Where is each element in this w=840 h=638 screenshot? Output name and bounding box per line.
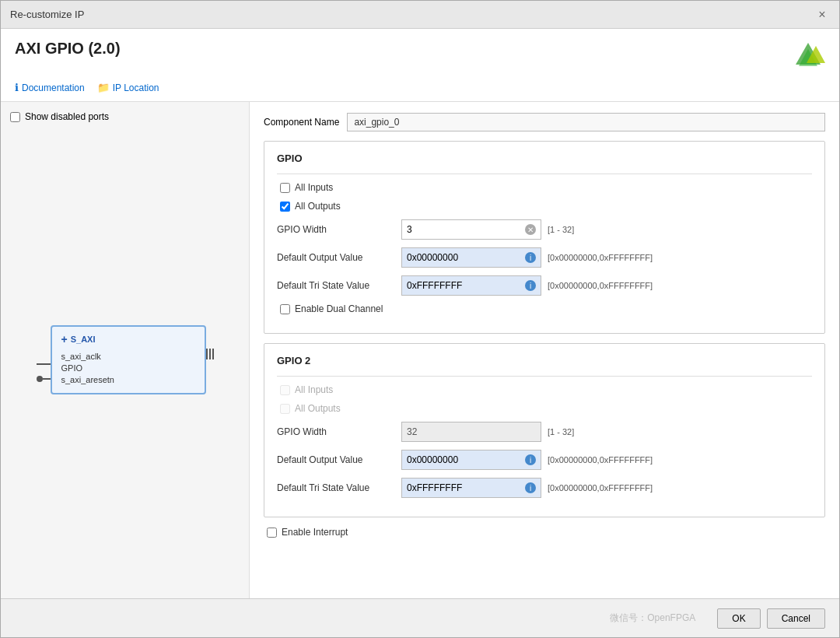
gpio-bus-connector [206,349,214,359]
gpio2-default-tri-info-icon[interactable]: i [525,482,536,493]
s-axi-label: S_AXI [71,335,96,344]
gpio-section-title: GPIO [277,152,812,164]
default-output-row: Default Output Value i [0x00000000,0xFFF… [277,247,812,268]
show-disabled-label: Show disabled ports [25,111,109,122]
title-bar-left: Re-customize IP [10,9,84,20]
gpio2-all-inputs-checkbox [280,385,290,395]
all-inputs-label: All Inputs [295,182,333,193]
default-tri-range: [0x00000000,0xFFFFFFFF] [548,281,653,290]
gpio2-default-output-wrapper: i [401,450,541,470]
ok-button[interactable]: OK [717,608,760,629]
main-header: AXI GPIO (2.0) ℹ Documentation 📁 IP Loca… [1,29,839,102]
ip-block: + S_AXI s_axi_aclk GPIO s_axi_aresetn [51,325,206,394]
gpio2-section: GPIO 2 All Inputs All Outputs GPIO Width… [264,343,825,517]
enable-interrupt-checkbox[interactable] [267,528,277,538]
title-bar: Re-customize IP × [1,1,839,29]
gpio2-default-output-input[interactable] [407,454,522,465]
dialog-title: AXI GPIO (2.0) [15,40,121,58]
cancel-button[interactable]: Cancel [767,608,825,629]
enable-dual-checkbox[interactable] [280,304,290,314]
gpio2-all-inputs-row: All Inputs [280,384,812,395]
block-diagram: + S_AXI s_axi_aclk GPIO s_axi_aresetn [10,130,240,589]
ip-block-wrapper: + S_AXI s_axi_aclk GPIO s_axi_aresetn [37,325,214,394]
default-output-info-icon[interactable]: i [525,252,536,263]
gpio-divider [277,174,812,174]
gpio-width-row: GPIO Width ✕ [1 - 32] [277,219,812,240]
bus-line-1 [206,349,208,359]
gpio2-default-tri-input[interactable] [407,482,522,493]
plus-icon: + [61,333,68,345]
gpio-width-clear-icon[interactable]: ✕ [525,224,536,235]
gpio-port-row: GPIO [61,363,195,373]
gpio2-width-range: [1 - 32] [548,427,574,436]
folder-nav-icon: 📁 [97,82,110,93]
gpio-width-input-wrapper: ✕ [401,219,541,240]
left-panel: Show disabled ports [1,102,250,598]
gpio-width-range: [1 - 32] [548,225,574,234]
window-title: Re-customize IP [10,9,84,20]
gpio-width-input[interactable] [407,224,525,235]
aclk-connector [37,363,51,365]
documentation-label: Documentation [22,82,85,93]
aresetn-port-row: s_axi_aresetn [61,375,195,384]
default-output-range: [0x00000000,0xFFFFFFFF] [548,253,653,262]
default-output-input-wrapper: i [401,247,541,268]
nav-bar: ℹ Documentation 📁 IP Location [15,82,825,93]
show-disabled-row: Show disabled ports [10,111,240,122]
watermark: 微信号：OpenFPGA [15,612,695,625]
enable-interrupt-label: Enable Interrupt [282,527,348,538]
bus-line-3 [212,349,214,359]
bus-lines [206,349,214,359]
default-output-input[interactable] [407,252,522,263]
all-outputs-row: All Outputs [280,201,812,212]
gpio2-all-outputs-checkbox [280,404,290,414]
aclk-line [37,363,51,365]
footer-bar: 微信号：OpenFPGA OK Cancel [1,598,839,637]
all-outputs-label: All Outputs [295,201,341,212]
gpio2-default-tri-row: Default Tri State Value i [0x00000000,0x… [277,478,812,498]
gpio2-width-label: GPIO Width [277,426,401,437]
gpio-section: GPIO All Inputs All Outputs GPIO Width ✕ [264,141,825,334]
default-tri-row: Default Tri State Value i [0x00000000,0x… [277,275,812,296]
default-output-label: Default Output Value [277,252,401,263]
component-name-input[interactable] [347,113,825,131]
main-title-row: AXI GPIO (2.0) [15,40,825,74]
gpio-label: GPIO [61,363,83,373]
all-outputs-checkbox[interactable] [280,202,290,212]
default-tri-input-wrapper: i [401,275,541,296]
default-tri-input[interactable] [407,280,522,291]
gpio-width-label: GPIO Width [277,224,401,235]
gpio2-default-tri-wrapper: i [401,478,541,498]
gpio2-width-row: GPIO Width [1 - 32] [277,422,812,442]
show-disabled-checkbox[interactable] [10,112,20,122]
default-tri-label: Default Tri State Value [277,280,401,291]
ip-location-link[interactable]: 📁 IP Location [97,82,159,93]
aresetn-dot [37,376,43,382]
gpio2-default-tri-label: Default Tri State Value [277,482,401,493]
ip-block-header: + S_AXI [61,333,195,345]
enable-dual-row: Enable Dual Channel [280,303,812,314]
enable-interrupt-row: Enable Interrupt [267,527,825,538]
gpio2-width-input [407,426,536,437]
close-icon: × [818,8,825,22]
documentation-link[interactable]: ℹ Documentation [15,82,85,93]
gpio2-default-output-info-icon[interactable]: i [525,454,536,465]
aresetn-label: s_axi_aresetn [61,375,115,384]
gpio2-all-outputs-row: All Outputs [280,403,812,414]
gpio2-default-output-row: Default Output Value i [0x00000000,0xFFF… [277,450,812,470]
aresetn-connector [37,376,51,382]
default-tri-info-icon[interactable]: i [525,280,536,291]
gpio2-all-inputs-label: All Inputs [295,384,333,395]
close-button[interactable]: × [814,7,830,23]
info-nav-icon: ℹ [15,82,19,93]
left-connectors [37,337,51,382]
gpio2-default-output-label: Default Output Value [277,454,401,465]
gpio2-section-title: GPIO 2 [277,355,812,366]
aclk-label: s_axi_aclk [61,352,101,361]
gpio2-width-input-wrapper [401,422,541,442]
bus-line-2 [209,349,211,359]
aresetn-line [43,378,51,380]
all-inputs-checkbox[interactable] [280,183,290,193]
vivado-logo-icon [791,40,825,74]
enable-dual-label: Enable Dual Channel [295,303,383,314]
